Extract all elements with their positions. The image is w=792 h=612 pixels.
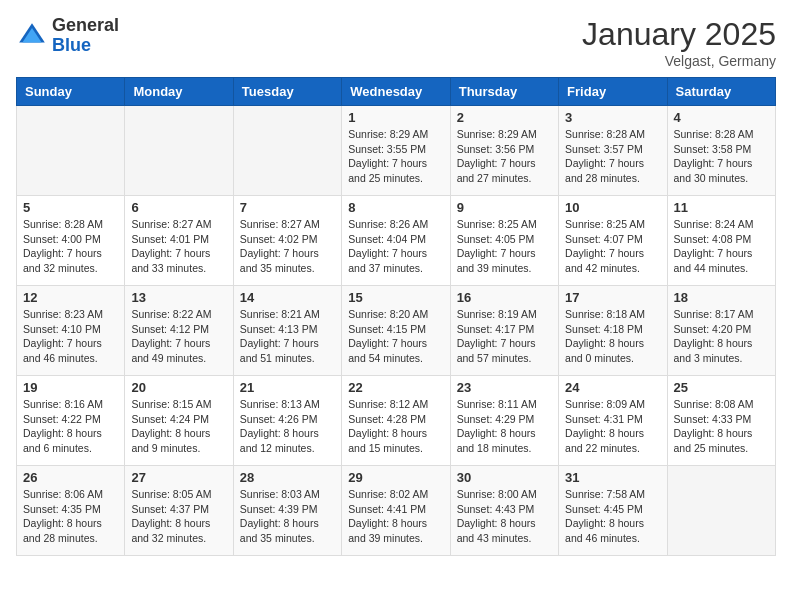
calendar-header-row: SundayMondayTuesdayWednesdayThursdayFrid… [17, 78, 776, 106]
day-number: 19 [23, 380, 118, 395]
calendar-day-cell: 1Sunrise: 8:29 AMSunset: 3:55 PMDaylight… [342, 106, 450, 196]
calendar-day-cell [125, 106, 233, 196]
day-of-week-header: Tuesday [233, 78, 341, 106]
day-info: Sunrise: 8:19 AMSunset: 4:17 PMDaylight:… [457, 307, 552, 366]
calendar-day-cell: 18Sunrise: 8:17 AMSunset: 4:20 PMDayligh… [667, 286, 775, 376]
calendar-day-cell: 10Sunrise: 8:25 AMSunset: 4:07 PMDayligh… [559, 196, 667, 286]
calendar-day-cell: 6Sunrise: 8:27 AMSunset: 4:01 PMDaylight… [125, 196, 233, 286]
day-number: 20 [131, 380, 226, 395]
day-info: Sunrise: 8:08 AMSunset: 4:33 PMDaylight:… [674, 397, 769, 456]
calendar-day-cell: 31Sunrise: 7:58 AMSunset: 4:45 PMDayligh… [559, 466, 667, 556]
day-info: Sunrise: 8:25 AMSunset: 4:07 PMDaylight:… [565, 217, 660, 276]
day-number: 27 [131, 470, 226, 485]
location: Velgast, Germany [582, 53, 776, 69]
calendar-day-cell: 17Sunrise: 8:18 AMSunset: 4:18 PMDayligh… [559, 286, 667, 376]
calendar-day-cell: 12Sunrise: 8:23 AMSunset: 4:10 PMDayligh… [17, 286, 125, 376]
day-number: 3 [565, 110, 660, 125]
calendar-day-cell: 16Sunrise: 8:19 AMSunset: 4:17 PMDayligh… [450, 286, 558, 376]
day-number: 24 [565, 380, 660, 395]
title-section: January 2025 Velgast, Germany [582, 16, 776, 69]
calendar-week-row: 1Sunrise: 8:29 AMSunset: 3:55 PMDaylight… [17, 106, 776, 196]
calendar-day-cell: 7Sunrise: 8:27 AMSunset: 4:02 PMDaylight… [233, 196, 341, 286]
calendar-day-cell: 26Sunrise: 8:06 AMSunset: 4:35 PMDayligh… [17, 466, 125, 556]
logo: General Blue [16, 16, 119, 56]
day-number: 29 [348, 470, 443, 485]
calendar-day-cell: 25Sunrise: 8:08 AMSunset: 4:33 PMDayligh… [667, 376, 775, 466]
logo-icon [16, 20, 48, 52]
day-number: 17 [565, 290, 660, 305]
day-number: 25 [674, 380, 769, 395]
day-info: Sunrise: 8:24 AMSunset: 4:08 PMDaylight:… [674, 217, 769, 276]
day-number: 23 [457, 380, 552, 395]
day-info: Sunrise: 8:12 AMSunset: 4:28 PMDaylight:… [348, 397, 443, 456]
day-info: Sunrise: 8:28 AMSunset: 3:57 PMDaylight:… [565, 127, 660, 186]
day-info: Sunrise: 8:05 AMSunset: 4:37 PMDaylight:… [131, 487, 226, 546]
calendar-week-row: 5Sunrise: 8:28 AMSunset: 4:00 PMDaylight… [17, 196, 776, 286]
day-info: Sunrise: 8:02 AMSunset: 4:41 PMDaylight:… [348, 487, 443, 546]
day-info: Sunrise: 8:03 AMSunset: 4:39 PMDaylight:… [240, 487, 335, 546]
day-number: 28 [240, 470, 335, 485]
calendar-day-cell: 22Sunrise: 8:12 AMSunset: 4:28 PMDayligh… [342, 376, 450, 466]
day-info: Sunrise: 8:17 AMSunset: 4:20 PMDaylight:… [674, 307, 769, 366]
calendar-day-cell: 21Sunrise: 8:13 AMSunset: 4:26 PMDayligh… [233, 376, 341, 466]
day-info: Sunrise: 8:26 AMSunset: 4:04 PMDaylight:… [348, 217, 443, 276]
logo-blue-text: Blue [52, 35, 91, 55]
calendar-day-cell: 13Sunrise: 8:22 AMSunset: 4:12 PMDayligh… [125, 286, 233, 376]
calendar-week-row: 19Sunrise: 8:16 AMSunset: 4:22 PMDayligh… [17, 376, 776, 466]
day-number: 21 [240, 380, 335, 395]
calendar-day-cell: 3Sunrise: 8:28 AMSunset: 3:57 PMDaylight… [559, 106, 667, 196]
logo-general-text: General [52, 15, 119, 35]
day-of-week-header: Thursday [450, 78, 558, 106]
day-number: 14 [240, 290, 335, 305]
day-number: 15 [348, 290, 443, 305]
day-number: 6 [131, 200, 226, 215]
day-info: Sunrise: 8:11 AMSunset: 4:29 PMDaylight:… [457, 397, 552, 456]
day-info: Sunrise: 8:06 AMSunset: 4:35 PMDaylight:… [23, 487, 118, 546]
day-number: 16 [457, 290, 552, 305]
day-number: 31 [565, 470, 660, 485]
calendar-day-cell [17, 106, 125, 196]
day-info: Sunrise: 8:20 AMSunset: 4:15 PMDaylight:… [348, 307, 443, 366]
day-of-week-header: Monday [125, 78, 233, 106]
day-number: 1 [348, 110, 443, 125]
day-number: 2 [457, 110, 552, 125]
calendar-day-cell: 20Sunrise: 8:15 AMSunset: 4:24 PMDayligh… [125, 376, 233, 466]
calendar-day-cell: 27Sunrise: 8:05 AMSunset: 4:37 PMDayligh… [125, 466, 233, 556]
calendar-day-cell: 11Sunrise: 8:24 AMSunset: 4:08 PMDayligh… [667, 196, 775, 286]
calendar-week-row: 26Sunrise: 8:06 AMSunset: 4:35 PMDayligh… [17, 466, 776, 556]
day-info: Sunrise: 8:23 AMSunset: 4:10 PMDaylight:… [23, 307, 118, 366]
day-info: Sunrise: 8:22 AMSunset: 4:12 PMDaylight:… [131, 307, 226, 366]
day-number: 4 [674, 110, 769, 125]
calendar-day-cell: 9Sunrise: 8:25 AMSunset: 4:05 PMDaylight… [450, 196, 558, 286]
calendar-day-cell [233, 106, 341, 196]
calendar-day-cell: 29Sunrise: 8:02 AMSunset: 4:41 PMDayligh… [342, 466, 450, 556]
day-of-week-header: Sunday [17, 78, 125, 106]
calendar-day-cell: 5Sunrise: 8:28 AMSunset: 4:00 PMDaylight… [17, 196, 125, 286]
calendar-day-cell: 30Sunrise: 8:00 AMSunset: 4:43 PMDayligh… [450, 466, 558, 556]
day-number: 12 [23, 290, 118, 305]
calendar-day-cell: 15Sunrise: 8:20 AMSunset: 4:15 PMDayligh… [342, 286, 450, 376]
calendar-day-cell: 24Sunrise: 8:09 AMSunset: 4:31 PMDayligh… [559, 376, 667, 466]
day-info: Sunrise: 8:21 AMSunset: 4:13 PMDaylight:… [240, 307, 335, 366]
page-header: General Blue January 2025 Velgast, Germa… [16, 16, 776, 69]
day-number: 8 [348, 200, 443, 215]
day-info: Sunrise: 8:29 AMSunset: 3:56 PMDaylight:… [457, 127, 552, 186]
calendar-day-cell: 4Sunrise: 8:28 AMSunset: 3:58 PMDaylight… [667, 106, 775, 196]
day-number: 11 [674, 200, 769, 215]
day-info: Sunrise: 8:29 AMSunset: 3:55 PMDaylight:… [348, 127, 443, 186]
day-number: 7 [240, 200, 335, 215]
day-number: 5 [23, 200, 118, 215]
calendar-day-cell: 8Sunrise: 8:26 AMSunset: 4:04 PMDaylight… [342, 196, 450, 286]
calendar-day-cell [667, 466, 775, 556]
month-title: January 2025 [582, 16, 776, 53]
day-of-week-header: Saturday [667, 78, 775, 106]
calendar-week-row: 12Sunrise: 8:23 AMSunset: 4:10 PMDayligh… [17, 286, 776, 376]
day-info: Sunrise: 8:13 AMSunset: 4:26 PMDaylight:… [240, 397, 335, 456]
day-of-week-header: Wednesday [342, 78, 450, 106]
calendar-day-cell: 23Sunrise: 8:11 AMSunset: 4:29 PMDayligh… [450, 376, 558, 466]
day-number: 22 [348, 380, 443, 395]
day-info: Sunrise: 8:28 AMSunset: 3:58 PMDaylight:… [674, 127, 769, 186]
day-info: Sunrise: 8:16 AMSunset: 4:22 PMDaylight:… [23, 397, 118, 456]
calendar-day-cell: 2Sunrise: 8:29 AMSunset: 3:56 PMDaylight… [450, 106, 558, 196]
day-info: Sunrise: 8:27 AMSunset: 4:02 PMDaylight:… [240, 217, 335, 276]
